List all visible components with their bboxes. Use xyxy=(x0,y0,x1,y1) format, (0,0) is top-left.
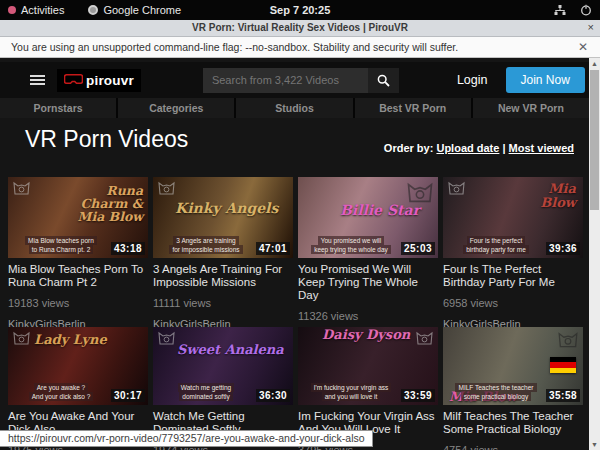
video-title[interactable]: You Promised We Will Keep Trying The Who… xyxy=(298,263,438,302)
search-icon xyxy=(377,74,390,87)
thumbnail-overlay-title: Mia Blow xyxy=(516,182,576,209)
search-button[interactable] xyxy=(368,68,399,93)
video-views: 19183 views xyxy=(8,297,148,309)
thumbnail-overlay-title: Runa Charm & Mia Blow xyxy=(59,184,143,223)
duration-badge: 36:30 xyxy=(256,389,290,402)
thumbnail-caption: MILF Teaches the teachersome practical b… xyxy=(443,383,549,401)
studio-cat-mask-logo xyxy=(158,330,175,349)
studio-cat-mask-logo xyxy=(558,330,578,352)
studio-cat-mask-logo xyxy=(13,330,30,349)
infobar-close-icon[interactable]: ✕ xyxy=(578,40,588,54)
thumbnail-caption: Mia Blow teaches pornto Runa Charm pt. 2 xyxy=(8,236,114,254)
duration-badge: 47:01 xyxy=(256,242,290,255)
video-card[interactable]: Runa Charm & Mia Blow Mia Blow teaches p… xyxy=(8,177,148,343)
thumbnail-caption: I'm fucking your virgin assand you will … xyxy=(298,383,404,401)
video-title[interactable]: Mia Blow Teaches Porn To Runa Charm Pt 2 xyxy=(8,263,148,289)
video-views: 11326 views xyxy=(298,310,438,322)
studio-cat-mask-logo xyxy=(13,180,30,199)
activities-label: Activities xyxy=(21,4,64,16)
duration-badge: 30:17 xyxy=(111,389,145,402)
video-title[interactable]: 3 Angels Are Training For Impossible Mis… xyxy=(153,263,293,289)
order-by-controls: Order by: Upload date | Most viewed xyxy=(384,142,574,154)
clock[interactable]: Sep 7 20:25 xyxy=(270,4,331,16)
video-card[interactable]: Kinky Angels 3 Angels are trainingfor im… xyxy=(153,177,293,343)
thumbnail-overlay-title: Billie Star xyxy=(340,203,420,218)
thumbnail-caption: Watch me gettingdominated softly xyxy=(153,383,259,401)
main-nav: Pornstars Categories Studios Best VR Por… xyxy=(0,98,589,118)
vr-goggles-icon xyxy=(64,74,83,86)
order-upload-date-link[interactable]: Upload date xyxy=(436,142,499,154)
studio-cat-mask-logo xyxy=(416,330,433,349)
nav-item-new-vr-porn[interactable]: New VR Porn xyxy=(473,98,589,118)
duration-badge: 25:03 xyxy=(401,242,435,255)
video-title[interactable]: Four Is The Perfect Birthday Party For M… xyxy=(443,263,583,289)
thumbnail-caption: Are you awake ?And your dick also ? xyxy=(8,383,114,401)
studio-cat-mask-logo xyxy=(448,180,465,199)
search-input[interactable] xyxy=(203,68,368,93)
video-thumbnail[interactable]: Kinky Angels 3 Angels are trainingfor im… xyxy=(153,177,293,258)
activities-indicator-icon xyxy=(8,6,16,14)
nav-item-pornstars[interactable]: Pornstars xyxy=(0,98,116,118)
thumbnail-overlay-title: Kinky Angels xyxy=(175,201,278,216)
thumbnail-overlay-title: Daisy Dyson xyxy=(322,328,410,342)
video-views: 11111 views xyxy=(153,297,293,309)
thumbnail-caption: You promised we willkeep trying the whol… xyxy=(298,236,404,254)
order-separator: | xyxy=(502,142,505,154)
scrollbar-up-arrow-icon[interactable]: ▲ xyxy=(589,58,600,69)
order-by-label: Order by: xyxy=(384,142,434,154)
video-views: 4754 views xyxy=(443,444,583,450)
page-scrollbar[interactable]: ▲ ▼ xyxy=(589,58,600,450)
video-grid-row-1: Runa Charm & Mia Blow Mia Blow teaches p… xyxy=(8,177,583,343)
tab-title: VR Porn: Virtual Reality Sex Videos | Pi… xyxy=(0,22,600,33)
nav-item-best-vr-porn[interactable]: Best VR Porn xyxy=(355,98,471,118)
scrollbar-down-arrow-icon[interactable]: ▼ xyxy=(589,439,600,450)
page-content: pirouvr Login Join Now Pornstars Categor… xyxy=(0,58,600,450)
german-flag xyxy=(550,357,576,373)
chrome-icon xyxy=(88,5,98,15)
app-menu-label: Google Chrome xyxy=(103,4,181,16)
browser-titlebar: VR Porn: Virtual Reality Sex Videos | Pi… xyxy=(0,20,600,37)
power-icon[interactable] xyxy=(580,4,592,16)
duration-badge: 35:58 xyxy=(546,389,580,402)
video-card[interactable]: Mia Blow Four is the perfectbirthday par… xyxy=(443,177,583,343)
video-thumbnail[interactable]: Daisy Dyson I'm fucking your virgin assa… xyxy=(298,327,438,405)
duration-badge: 33:59 xyxy=(401,389,435,402)
join-now-button[interactable]: Join Now xyxy=(506,67,585,93)
hamburger-menu-icon[interactable] xyxy=(30,73,45,87)
video-title[interactable]: Milf Teaches The Teacher Some Practical … xyxy=(443,410,583,436)
system-top-bar: Activities Google Chrome Sep 7 20:25 xyxy=(0,0,600,20)
page-title: VR Porn Videos xyxy=(25,126,188,153)
video-thumbnail[interactable]: Mia Blow Four is the perfectbirthday par… xyxy=(443,177,583,258)
video-card[interactable]: Billie Star You promised we willkeep try… xyxy=(298,177,438,343)
site-logo[interactable]: pirouvr xyxy=(57,69,141,92)
site-header: pirouvr Login Join Now xyxy=(0,62,589,98)
scrollbar-thumb[interactable] xyxy=(590,70,599,210)
thumbnail-overlay-title: Lady Lyne xyxy=(34,333,107,347)
network-icon[interactable] xyxy=(554,5,566,16)
order-most-viewed-link[interactable]: Most viewed xyxy=(509,142,574,154)
thumbnail-overlay-title: Sweet Analena xyxy=(177,343,284,357)
nav-item-studios[interactable]: Studios xyxy=(236,98,352,118)
thumbnail-caption: Four is the perfectbirthday party for me xyxy=(443,236,549,254)
duration-badge: 39:36 xyxy=(546,242,580,255)
studio-cat-mask-logo xyxy=(158,180,175,199)
login-link[interactable]: Login xyxy=(457,73,488,87)
app-menu-button[interactable]: Google Chrome xyxy=(88,4,181,16)
video-views: 6958 views xyxy=(443,297,583,309)
link-status-bar: https://pirouvr.com/vr-porn-video/779325… xyxy=(0,430,373,447)
activities-button[interactable]: Activities xyxy=(8,4,64,16)
video-thumbnail[interactable]: Sweet Analena Watch me gettingdominated … xyxy=(153,327,293,405)
video-card[interactable]: Mia Blow MILF Teaches the teachersome pr… xyxy=(443,327,583,450)
window-close-icon[interactable]: × xyxy=(588,21,594,33)
infobar-message: You are using an unsupported command-lin… xyxy=(11,41,458,53)
site-logo-text: pirouvr xyxy=(86,73,134,88)
duration-badge: 43:18 xyxy=(111,242,145,255)
thumbnail-caption: 3 Angels are trainingfor impossible miss… xyxy=(153,236,259,254)
video-thumbnail[interactable]: Lady Lyne Are you awake ?And your dick a… xyxy=(8,327,148,405)
chrome-infobar: You are using an unsupported command-lin… xyxy=(0,37,600,58)
video-thumbnail[interactable]: Mia Blow MILF Teaches the teachersome pr… xyxy=(443,327,583,405)
video-thumbnail[interactable]: Billie Star You promised we willkeep try… xyxy=(298,177,438,258)
video-thumbnail[interactable]: Runa Charm & Mia Blow Mia Blow teaches p… xyxy=(8,177,148,258)
nav-item-categories[interactable]: Categories xyxy=(118,98,234,118)
